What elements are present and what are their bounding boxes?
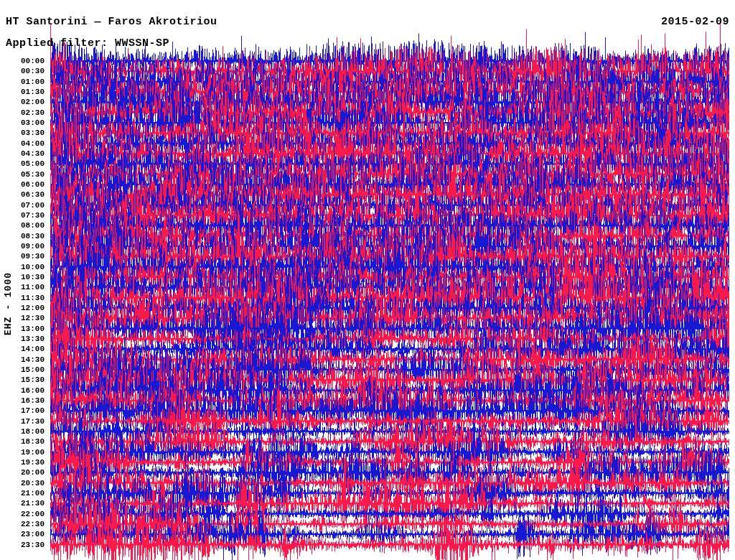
time-label: 12:30 <box>21 314 45 322</box>
time-label: 02:30 <box>21 108 45 116</box>
time-label: 08:00 <box>21 222 45 230</box>
time-label: 18:00 <box>21 427 45 435</box>
time-label: 16:00 <box>21 386 45 394</box>
time-label: 15:00 <box>21 365 45 373</box>
time-label: 00:30 <box>21 67 45 75</box>
time-label: 19:30 <box>21 458 45 466</box>
time-label: 23:00 <box>21 531 45 538</box>
time-label: 22:30 <box>21 520 45 528</box>
time-label: 07:30 <box>21 211 45 219</box>
time-label: 02:00 <box>21 98 45 106</box>
time-label: 09:30 <box>21 253 45 261</box>
time-label: 06:30 <box>21 191 45 199</box>
time-label: 04:00 <box>21 139 45 147</box>
time-label: 01:30 <box>21 88 45 95</box>
time-label: 07:00 <box>21 201 45 209</box>
time-label: 03:30 <box>21 129 45 137</box>
time-label: 21:30 <box>21 500 45 508</box>
time-label: 03:00 <box>21 118 45 126</box>
time-label: 05:00 <box>21 160 45 168</box>
time-label: 18:30 <box>21 438 45 446</box>
time-label: 20:30 <box>21 479 45 487</box>
time-label: 10:30 <box>21 273 45 281</box>
page-title: HT Santorini — Faros Akrotiriou <box>6 17 217 27</box>
time-label: 09:00 <box>21 242 45 250</box>
time-label: 14:00 <box>21 345 45 353</box>
time-label: 13:30 <box>21 335 45 342</box>
helicorder-page: 00:0000:3001:0001:3002:0002:3003:0003:30… <box>0 0 735 560</box>
time-label: 15:30 <box>21 376 45 384</box>
date-label: 2015-02-09 <box>661 17 729 27</box>
time-label: 14:30 <box>21 355 45 363</box>
time-label: 16:30 <box>21 396 45 404</box>
time-label: 12:00 <box>21 304 45 312</box>
time-label: 10:00 <box>21 263 45 271</box>
channel-scale-label: EHZ - 1000 <box>4 272 13 335</box>
time-label: 20:00 <box>21 469 45 477</box>
time-label: 17:00 <box>21 407 45 415</box>
time-label: 23:30 <box>21 541 45 549</box>
time-label: 13:00 <box>21 325 45 332</box>
time-labels: 00:0000:3001:0001:3002:0002:3003:0003:30… <box>0 0 735 560</box>
time-label: 11:30 <box>21 294 45 302</box>
time-label: 21:00 <box>21 489 45 497</box>
time-label: 00:00 <box>21 57 45 65</box>
time-label: 06:00 <box>21 180 45 188</box>
time-label: 17:30 <box>21 417 45 425</box>
time-label: 11:00 <box>21 284 45 291</box>
time-label: 05:30 <box>21 170 45 178</box>
time-label: 22:00 <box>21 510 45 518</box>
applied-filter-label: Applied filter: WWSSN-SP <box>6 38 169 49</box>
time-label: 08:30 <box>21 232 45 240</box>
time-label: 04:30 <box>21 149 45 157</box>
time-label: 01:00 <box>21 78 45 85</box>
time-label: 19:00 <box>21 448 45 456</box>
